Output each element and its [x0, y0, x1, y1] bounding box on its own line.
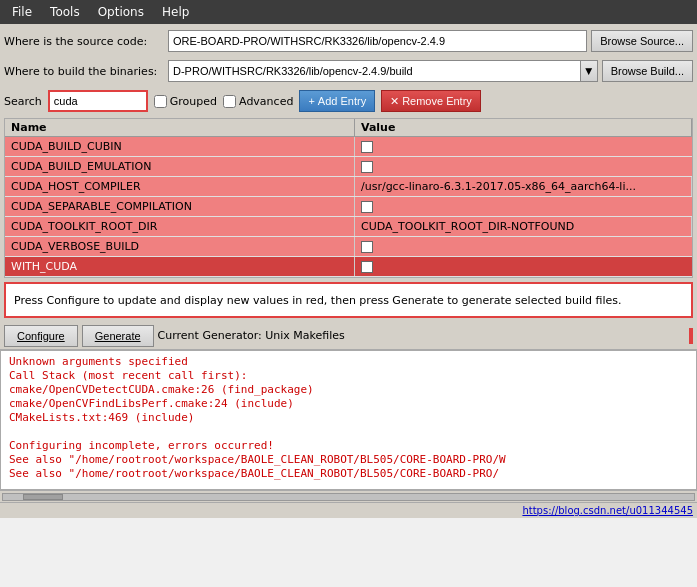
status-bar: https://blog.csdn.net/u011344545: [0, 502, 697, 518]
search-row: Search Grouped Advanced + Add Entry ✕ Re…: [4, 88, 693, 114]
menu-tools[interactable]: Tools: [42, 3, 88, 21]
browse-build-button[interactable]: Browse Build...: [602, 60, 693, 82]
row-name: CUDA_VERBOSE_BUILD: [5, 237, 355, 256]
row-value[interactable]: [355, 157, 692, 176]
browse-source-button[interactable]: Browse Source...: [591, 30, 693, 52]
row-value[interactable]: [355, 197, 692, 216]
console-line: See also "/home/rootroot/workspace/BAOLE…: [9, 467, 688, 480]
generator-label: Current Generator: Unix Makefiles: [158, 329, 685, 342]
search-label: Search: [4, 95, 42, 108]
source-row: Where is the source code: Browse Source.…: [4, 28, 693, 54]
grouped-checkbox[interactable]: [154, 95, 167, 108]
grouped-label: Grouped: [170, 95, 217, 108]
remove-entry-button[interactable]: ✕ Remove Entry: [381, 90, 481, 112]
source-label: Where is the source code:: [4, 35, 164, 48]
menu-help[interactable]: Help: [154, 3, 197, 21]
row-value[interactable]: [355, 237, 692, 256]
info-bar: Press Configure to update and display ne…: [4, 282, 693, 318]
console-line: CMakeLists.txt:469 (include): [9, 411, 688, 424]
console-line: Configuring incomplete, errors occurred!: [9, 439, 688, 452]
source-input[interactable]: [168, 30, 587, 52]
generate-button[interactable]: Generate: [82, 325, 154, 347]
console-line: See also "/home/rootroot/workspace/BAOLE…: [9, 453, 688, 466]
generator-bar-indicator: [689, 328, 693, 344]
mini-checkbox[interactable]: [361, 201, 373, 213]
row-name: CUDA_HOST_COMPILER: [5, 177, 355, 196]
mini-checkbox[interactable]: [361, 241, 373, 253]
row-value[interactable]: [355, 137, 692, 156]
menubar: File Tools Options Help: [0, 0, 697, 24]
add-entry-label: Add Entry: [318, 95, 366, 107]
console-line: Unknown arguments specified: [9, 355, 688, 368]
output-console: Unknown arguments specified Call Stack (…: [0, 350, 697, 490]
remove-entry-label: Remove Entry: [402, 95, 472, 107]
row-name: WITH_CUDA: [5, 257, 355, 276]
build-label: Where to build the binaries:: [4, 65, 164, 78]
build-input[interactable]: [168, 60, 580, 82]
console-line: Call Stack (most recent call first):: [9, 369, 688, 382]
table-header: Name Value: [5, 119, 692, 137]
search-input[interactable]: [48, 90, 148, 112]
build-dropdown-button[interactable]: ▼: [580, 60, 598, 82]
table-row[interactable]: CUDA_VERBOSE_BUILD: [5, 237, 692, 257]
console-line: cmake/OpenCVFindLibsPerf.cmake:24 (inclu…: [9, 397, 688, 410]
console-line: [9, 425, 688, 438]
add-entry-button[interactable]: + Add Entry: [299, 90, 375, 112]
table-row[interactable]: WITH_CUDA: [5, 257, 692, 277]
advanced-label: Advanced: [239, 95, 293, 108]
advanced-checkbox[interactable]: [223, 95, 236, 108]
mini-checkbox[interactable]: [361, 141, 373, 153]
build-row: Where to build the binaries: ▼ Browse Bu…: [4, 58, 693, 84]
configure-button[interactable]: Configure: [4, 325, 78, 347]
mini-checkbox[interactable]: [361, 261, 373, 273]
table-row[interactable]: CUDA_BUILD_EMULATION: [5, 157, 692, 177]
cross-icon: ✕: [390, 95, 399, 108]
plus-icon: +: [308, 95, 314, 107]
advanced-checkbox-group: Advanced: [223, 95, 293, 108]
table-row[interactable]: CUDA_SEPARABLE_COMPILATION: [5, 197, 692, 217]
header-value: Value: [355, 119, 692, 136]
menu-file[interactable]: File: [4, 3, 40, 21]
main-container: Where is the source code: Browse Source.…: [0, 24, 697, 322]
table-row[interactable]: CUDA_BUILD_CUBIN: [5, 137, 692, 157]
row-name: CUDA_BUILD_EMULATION: [5, 157, 355, 176]
table-row[interactable]: CUDA_HOST_COMPILER /usr/gcc-linaro-6.3.1…: [5, 177, 692, 197]
row-value: /usr/gcc-linaro-6.3.1-2017.05-x86_64_aar…: [355, 177, 692, 196]
row-name: CUDA_TOOLKIT_ROOT_DIR: [5, 217, 355, 236]
build-input-wrapper: ▼: [168, 60, 598, 82]
grouped-checkbox-group: Grouped: [154, 95, 217, 108]
mini-checkbox[interactable]: [361, 161, 373, 173]
row-value[interactable]: [355, 257, 692, 276]
dropdown-arrow-icon: ▼: [585, 66, 592, 76]
console-line: cmake/OpenCVDetectCUDA.cmake:26 (find_pa…: [9, 383, 688, 396]
row-name: CUDA_BUILD_CUBIN: [5, 137, 355, 156]
horizontal-scrollbar: [0, 490, 697, 502]
table-row[interactable]: CUDA_TOOLKIT_ROOT_DIR CUDA_TOOLKIT_ROOT_…: [5, 217, 692, 237]
info-text: Press Configure to update and display ne…: [14, 294, 622, 307]
menu-options[interactable]: Options: [90, 3, 152, 21]
status-link[interactable]: https://blog.csdn.net/u011344545: [522, 505, 693, 516]
row-name: CUDA_SEPARABLE_COMPILATION: [5, 197, 355, 216]
scrollbar-track[interactable]: [2, 493, 695, 501]
bottom-toolbar: Configure Generate Current Generator: Un…: [0, 322, 697, 350]
row-value: CUDA_TOOLKIT_ROOT_DIR-NOTFOUND: [355, 217, 692, 236]
scrollbar-thumb[interactable]: [23, 494, 63, 500]
header-name: Name: [5, 119, 355, 136]
cmake-table: Name Value CUDA_BUILD_CUBIN CUDA_BUILD_E…: [4, 118, 693, 278]
